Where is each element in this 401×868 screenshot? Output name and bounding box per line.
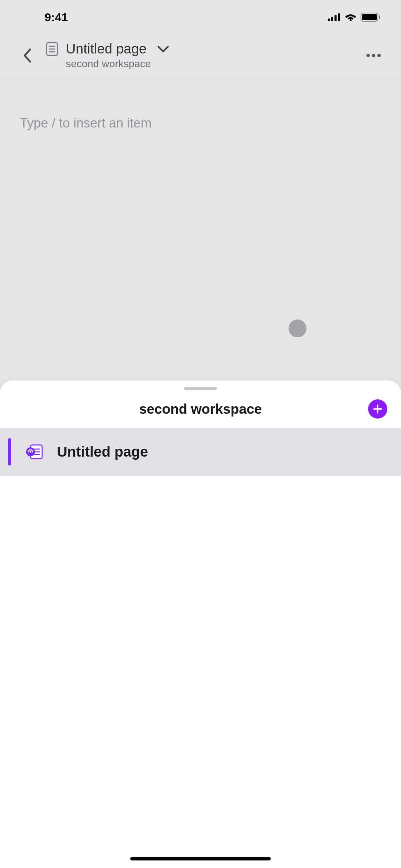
status-bar: 9:41 [0,0,401,34]
page-item-icon [24,442,45,462]
sheet-header: second workspace [0,390,401,428]
chevron-left-icon [23,48,32,63]
page-item-label: Untitled page [57,444,148,460]
status-time: 9:41 [45,11,68,24]
chevron-down-icon [157,45,169,53]
page-title: Untitled page [66,41,147,57]
nav-title-group[interactable]: Untitled page second workspace [45,41,363,70]
svg-rect-1 [331,17,333,21]
svg-rect-6 [362,14,377,20]
status-indicators [328,13,380,22]
page-list: Untitled page [0,428,401,476]
add-page-button[interactable] [368,399,387,419]
page-icon [45,42,59,56]
svg-point-12 [366,54,370,57]
cellular-signal-icon [328,13,341,21]
svg-point-22 [30,451,32,453]
svg-point-13 [372,54,375,57]
more-horizontal-icon [366,53,381,58]
svg-rect-2 [335,15,337,21]
active-indicator [8,438,11,466]
editor-area[interactable]: Type / to insert an item [0,78,401,131]
svg-rect-0 [328,19,330,21]
sheet-title: second workspace [139,401,262,417]
more-options-button[interactable] [363,45,384,66]
nav-header: Untitled page second workspace [0,34,401,78]
editor-placeholder: Type / to insert an item [20,116,381,131]
wifi-icon [345,13,356,21]
svg-point-4 [350,19,352,21]
workspace-sheet: second workspace Untitled [0,381,401,868]
back-button[interactable] [17,45,38,66]
page-list-item[interactable]: Untitled page [0,428,401,476]
home-indicator[interactable] [130,857,271,860]
workspace-subtitle: second workspace [66,58,363,70]
svg-rect-3 [338,13,340,21]
battery-icon [361,13,380,22]
cursor-indicator-icon [289,320,306,337]
svg-point-14 [377,54,381,57]
plus-icon [373,404,383,414]
title-dropdown-toggle[interactable] [157,45,169,53]
sheet-drag-handle[interactable] [184,387,217,390]
svg-rect-7 [379,15,380,19]
